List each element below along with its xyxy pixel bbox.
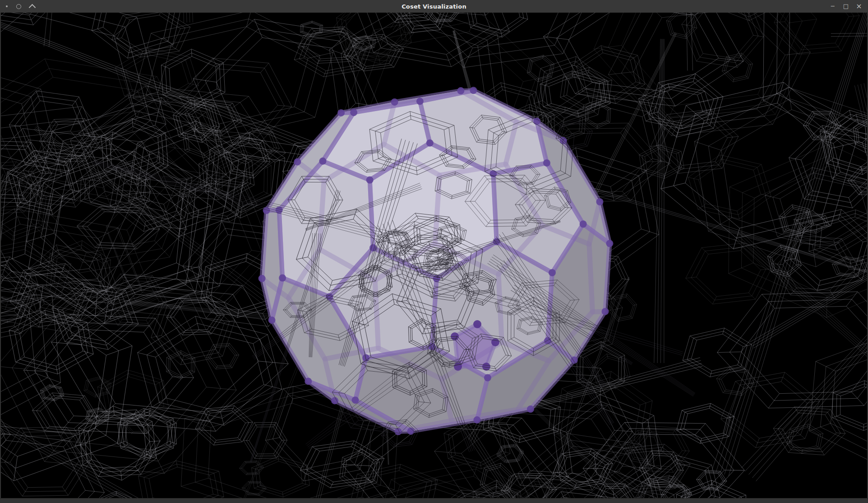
window-bottom-border bbox=[0, 498, 868, 503]
minimize-button[interactable]: − bbox=[828, 2, 837, 11]
record-circle-icon[interactable] bbox=[16, 4, 21, 9]
chevron-up-icon[interactable] bbox=[29, 4, 36, 11]
close-button[interactable]: × bbox=[854, 2, 863, 11]
coset-3d-viewport[interactable] bbox=[0, 13, 868, 498]
titlebar-left-controls bbox=[0, 3, 35, 10]
app-dot-icon[interactable] bbox=[6, 5, 8, 7]
app-window: Coset Visualization − □ × bbox=[0, 0, 868, 503]
maximize-button[interactable]: □ bbox=[841, 2, 850, 11]
window-title: Coset Visualization bbox=[0, 0, 868, 13]
titlebar-right-controls: − □ × bbox=[828, 2, 868, 11]
titlebar[interactable]: Coset Visualization − □ × bbox=[0, 0, 868, 13]
